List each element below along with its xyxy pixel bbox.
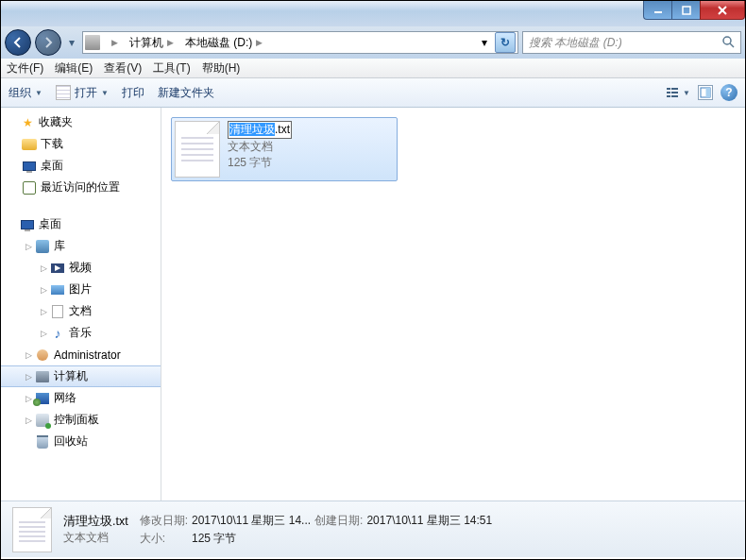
pictures-icon xyxy=(50,282,65,297)
file-type-label: 文本文档 xyxy=(228,140,273,153)
svg-rect-8 xyxy=(667,92,670,93)
details-created-label: 创建日期: xyxy=(314,513,363,529)
folder-icon xyxy=(22,137,37,152)
help-button[interactable]: ? xyxy=(721,84,738,101)
tree-recycle-bin[interactable]: 回收站 xyxy=(1,431,161,452)
file-list[interactable]: 清理垃圾.txt 文本文档 125 字节 xyxy=(161,108,745,501)
svg-rect-6 xyxy=(667,88,670,90)
new-folder-button[interactable]: 新建文件夹 xyxy=(158,85,214,101)
tree-favorites[interactable]: ★收藏夹 xyxy=(1,111,161,133)
document-icon xyxy=(50,304,65,319)
breadcrumb-sep[interactable]: ▶ xyxy=(104,32,126,53)
svg-point-4 xyxy=(723,37,731,44)
control-panel-icon xyxy=(35,413,50,428)
view-options-button[interactable]: ▼ xyxy=(666,86,690,99)
details-name: 清理垃圾.txt xyxy=(63,514,128,530)
details-modified-label: 修改日期: xyxy=(140,513,188,529)
nav-row: ▾ ▶ 计算机▶ 本地磁盘 (D:)▶ ▾ ↻ 搜索 本地磁盘 (D:) xyxy=(1,26,745,59)
organize-button[interactable]: 组织▼ xyxy=(8,85,42,101)
address-dropdown[interactable]: ▾ xyxy=(474,32,495,53)
desktop-icon xyxy=(22,159,37,174)
details-modified-value: 2017\10\11 星期三 14... xyxy=(192,513,311,529)
video-icon: ▶ xyxy=(50,261,65,276)
maximize-button[interactable] xyxy=(671,1,700,20)
rename-input[interactable]: 清理垃圾.txt xyxy=(228,121,292,139)
details-size-value: 125 字节 xyxy=(192,531,311,547)
toolbar: 组织▼ 打开▼ 打印 新建文件夹 ▼ ? xyxy=(1,78,745,108)
search-input[interactable]: 搜索 本地磁盘 (D:) xyxy=(522,31,741,54)
details-created-value: 2017\10\11 星期三 14:51 xyxy=(366,513,492,529)
svg-rect-13 xyxy=(706,88,711,97)
close-button[interactable] xyxy=(700,1,745,20)
breadcrumb-drive-d[interactable]: 本地磁盘 (D:)▶ xyxy=(181,32,270,53)
file-item-selected[interactable]: 清理垃圾.txt 文本文档 125 字节 xyxy=(171,117,398,181)
menu-edit[interactable]: 编辑(E) xyxy=(55,60,93,76)
menu-tools[interactable]: 工具(T) xyxy=(153,60,190,76)
menu-file[interactable]: 文件(F) xyxy=(7,60,43,76)
details-size-label: 大小: xyxy=(140,531,188,547)
svg-rect-9 xyxy=(671,92,678,93)
user-icon xyxy=(35,348,50,363)
nav-history-dropdown[interactable]: ▾ xyxy=(65,33,78,52)
title-bar xyxy=(1,1,745,26)
desktop-icon xyxy=(20,217,35,232)
tree-control-panel[interactable]: ▷控制面板 xyxy=(1,409,161,431)
tree-desktop[interactable]: 桌面 xyxy=(1,213,161,235)
print-button[interactable]: 打印 xyxy=(122,85,144,101)
menu-view[interactable]: 查看(V) xyxy=(104,60,142,76)
tree-music[interactable]: ▷♪音乐 xyxy=(1,322,161,344)
breadcrumb-computer[interactable]: 计算机▶ xyxy=(126,32,181,53)
address-bar[interactable]: ▶ 计算机▶ 本地磁盘 (D:)▶ ▾ ↻ xyxy=(82,31,518,54)
svg-rect-11 xyxy=(671,95,678,97)
tree-recent[interactable]: 最近访问的位置 xyxy=(1,177,161,198)
notepad-icon xyxy=(56,85,71,100)
tree-computer[interactable]: ▷计算机 xyxy=(1,365,161,387)
tree-desktop-fav[interactable]: 桌面 xyxy=(1,155,161,177)
star-icon: ★ xyxy=(20,115,35,130)
preview-pane-button[interactable] xyxy=(698,85,713,100)
search-placeholder: 搜索 本地磁盘 (D:) xyxy=(529,35,622,51)
drive-icon xyxy=(85,35,100,50)
navigation-tree: ★收藏夹 下载 桌面 最近访问的位置 桌面 ▷库 ▷▶视频 ▷图片 ▷文档 ▷♪… xyxy=(1,108,161,501)
svg-rect-10 xyxy=(667,95,670,97)
tree-videos[interactable]: ▷▶视频 xyxy=(1,257,161,279)
recycle-icon xyxy=(35,434,50,450)
search-icon xyxy=(721,35,735,51)
back-button[interactable] xyxy=(5,29,31,56)
svg-rect-7 xyxy=(671,88,678,90)
computer-icon xyxy=(35,369,50,384)
details-type: 文本文档 xyxy=(63,530,128,546)
library-icon xyxy=(35,239,50,254)
menu-help[interactable]: 帮助(H) xyxy=(202,60,241,76)
svg-rect-1 xyxy=(683,7,690,14)
tree-libraries[interactable]: ▷库 xyxy=(1,235,161,257)
minimize-button[interactable] xyxy=(643,1,671,20)
details-pane: 清理垃圾.txt 文本文档 修改日期: 2017\10\11 星期三 14...… xyxy=(1,501,745,557)
open-button[interactable]: 打开▼ xyxy=(56,85,109,101)
menu-bar: 文件(F) 编辑(E) 查看(V) 工具(T) 帮助(H) xyxy=(1,59,745,78)
tree-network[interactable]: ▷网络 xyxy=(1,387,161,409)
svg-line-5 xyxy=(730,43,734,47)
music-icon: ♪ xyxy=(50,326,65,341)
tree-administrator[interactable]: ▷Administrator xyxy=(1,344,161,365)
text-file-icon xyxy=(175,121,220,178)
network-icon xyxy=(35,391,50,406)
text-file-icon xyxy=(12,507,52,552)
tree-downloads[interactable]: 下载 xyxy=(1,133,161,155)
recent-icon xyxy=(22,180,37,195)
refresh-button[interactable]: ↻ xyxy=(495,32,516,53)
tree-pictures[interactable]: ▷图片 xyxy=(1,279,161,300)
forward-button[interactable] xyxy=(35,29,61,56)
tree-documents[interactable]: ▷文档 xyxy=(1,300,161,322)
file-size-label: 125 字节 xyxy=(228,156,272,169)
